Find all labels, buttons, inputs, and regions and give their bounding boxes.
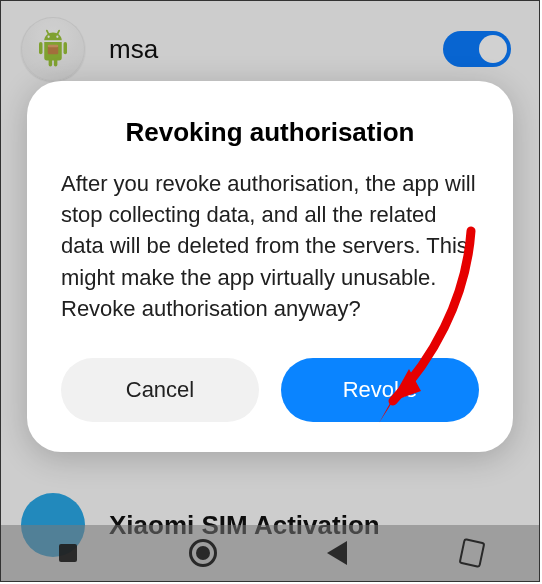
cancel-button[interactable]: Cancel — [61, 358, 259, 422]
nav-rotate-icon[interactable] — [454, 535, 490, 571]
revoke-button[interactable]: Revoke — [281, 358, 479, 422]
nav-home-icon[interactable] — [185, 535, 221, 571]
dialog-body: After you revoke authorisation, the app … — [61, 168, 479, 324]
nav-back-icon[interactable] — [319, 535, 355, 571]
revoke-dialog: Revoking authorisation After you revoke … — [27, 81, 513, 452]
nav-bar — [1, 525, 539, 581]
nav-recent-icon[interactable] — [50, 535, 86, 571]
dialog-actions: Cancel Revoke — [61, 358, 479, 422]
dialog-title: Revoking authorisation — [61, 117, 479, 148]
